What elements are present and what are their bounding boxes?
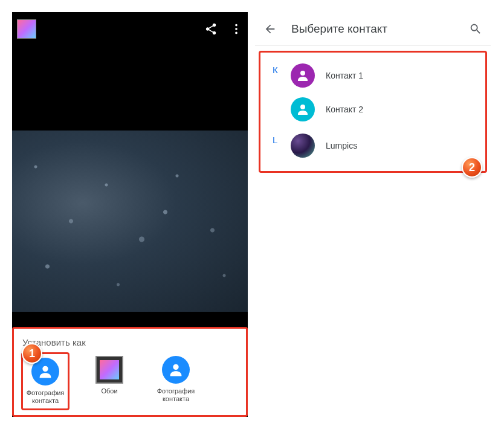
option-label: Фотография контакта: [25, 389, 65, 405]
contact-name: Контакт 1: [326, 71, 363, 80]
option-wallpaper[interactable]: Обои: [85, 356, 134, 395]
option-label: Фотография контакта: [152, 387, 200, 403]
gallery-toolbar: [12, 12, 248, 46]
contact-item[interactable]: Контакт 1: [291, 59, 480, 92]
section-letter: К: [265, 59, 291, 126]
contact-item[interactable]: Контакт 2: [291, 92, 480, 126]
image-thumbnail[interactable]: [17, 19, 36, 39]
avatar: [291, 63, 315, 88]
contacts-screen: Выберите контакт К Контакт 1: [255, 12, 491, 417]
share-icon[interactable]: [204, 22, 218, 36]
svg-point-0: [235, 24, 237, 27]
person-icon: [162, 356, 190, 384]
back-icon[interactable]: [263, 22, 277, 36]
preview-image: [12, 131, 248, 312]
page-title: Выберите контакт: [291, 22, 454, 36]
avatar: [291, 97, 315, 121]
gallery-icon: [95, 356, 123, 384]
contact-name: Lumpics: [326, 141, 357, 150]
set-as-sheet: Установить как Фотография контакта Обои: [12, 327, 248, 417]
option-label: Обои: [101, 387, 117, 395]
menu-icon[interactable]: [230, 22, 243, 36]
svg-point-1: [235, 28, 237, 30]
contact-item[interactable]: Lumpics: [291, 129, 480, 163]
contacts-list: К Контакт 1 Контакт 2: [259, 51, 487, 173]
svg-point-5: [300, 71, 305, 76]
svg-point-6: [300, 105, 305, 109]
annotation-badge-1: 1: [22, 343, 42, 364]
svg-point-4: [173, 364, 178, 369]
sheet-title: Установить как: [20, 337, 240, 347]
search-icon[interactable]: [469, 22, 482, 36]
contact-name: Контакт 2: [326, 105, 363, 114]
contacts-header: Выберите контакт: [255, 12, 491, 46]
section-letter: L: [265, 129, 291, 163]
annotation-badge-2: 2: [462, 157, 482, 178]
option-contact-photo-2[interactable]: Фотография контакта: [152, 356, 200, 403]
gallery-screen: Установить как Фотография контакта Обои: [12, 12, 248, 417]
avatar: [291, 134, 315, 158]
svg-point-2: [235, 32, 237, 34]
svg-point-3: [42, 366, 48, 371]
